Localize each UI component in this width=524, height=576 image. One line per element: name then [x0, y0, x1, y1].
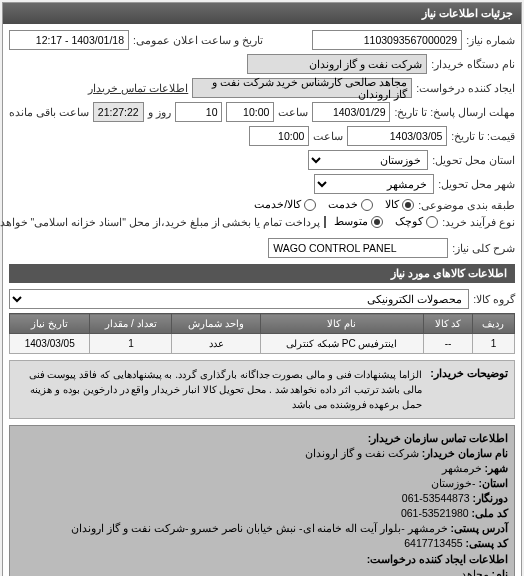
label-buyer-device: نام دستگاه خریدار: — [431, 58, 515, 70]
radio-goods[interactable]: کالا — [385, 198, 414, 211]
link-buyer-contact[interactable]: اطلاعات تماس خریدار — [88, 82, 188, 94]
field-price-date: 1403/03/05 — [347, 126, 447, 146]
field-price-time: 10:00 — [249, 126, 309, 146]
field-remaining-time: 21:27:22 — [93, 102, 144, 122]
row-process-type: نوع فرآیند خرید: کوچک متوسط پرداخت تمام … — [9, 215, 515, 228]
label-process-type: نوع فرآیند خرید: — [442, 216, 515, 228]
th-qty: تعداد / مقدار — [90, 314, 172, 334]
label-delivery-province: استان محل تحویل: — [432, 154, 515, 166]
row-goods-group: گروه کالا: محصولات الکترونیکی — [9, 289, 515, 309]
radio-group-subject: کالا خدمت کالا/خدمت — [254, 198, 414, 211]
val-national-id: 061-53521980 — [401, 507, 469, 519]
field-remaining-days: 10 — [175, 102, 223, 122]
table-row: 1 -- اینترفیس PC شبکه کنترلی عدد 1 1403/… — [10, 334, 515, 354]
val-name: مجاهد — [461, 568, 489, 576]
checkbox-payment[interactable] — [324, 216, 326, 228]
field-public-datetime: 1403/01/18 - 12:17 — [9, 30, 129, 50]
val-postal-code: 6417713455 — [404, 537, 462, 549]
contact-province: استان: -خوزستان — [16, 477, 508, 489]
row-reply-deadline: مهلت ارسال پاسخ: تا تاریخ: 1403/01/29 سا… — [9, 102, 515, 122]
label-remaining: ساعت باقی مانده — [9, 106, 89, 118]
notes-box: توضیحات خریدار: الزاما پیشنهادات فنی و م… — [9, 360, 515, 419]
label-hour-2: ساعت — [313, 130, 343, 142]
lbl-org-name: نام سازمان خریدار: — [422, 447, 508, 459]
row-request-creator: ایجاد کننده درخواست: مجاهد صالحی کارشناس… — [9, 78, 515, 98]
label-delivery-city: شهر محل تحویل: — [438, 178, 515, 190]
select-city[interactable]: خرمشهر — [314, 174, 434, 194]
contact-section: اطلاعات تماس سازمان خریدار: نام سازمان خ… — [9, 425, 515, 576]
lbl-fax: دورنگار: — [473, 492, 509, 504]
radio-medium[interactable]: متوسط — [334, 215, 383, 228]
val-org-name: شرکت نفت و گاز اروندان — [305, 447, 419, 459]
section-goods-info: اطلاعات کالاهای مورد نیاز — [9, 264, 515, 283]
contact-name: نام: مجاهد — [16, 568, 508, 576]
contact-city: شهر: خرمشهر — [16, 462, 508, 474]
cell-code: -- — [424, 334, 473, 354]
radio-goods-service[interactable]: کالا/خدمت — [254, 198, 316, 211]
cell-name: اینترفیس PC شبکه کنترلی — [260, 334, 424, 354]
contact-header: اطلاعات تماس سازمان خریدار: — [16, 432, 508, 444]
cell-index: 1 — [472, 334, 514, 354]
radio-small-label: کوچک — [395, 215, 423, 228]
lbl-city: شهر: — [485, 462, 509, 474]
label-goods-group: گروه کالا: — [473, 293, 515, 305]
lbl-province: استان: — [479, 477, 509, 489]
label-day: روز و — [148, 106, 171, 118]
select-goods-group[interactable]: محصولات الکترونیکی — [9, 289, 469, 309]
goods-table: ردیف کد کالا نام کالا واحد شمارش تعداد /… — [9, 313, 515, 354]
select-province[interactable]: خوزستان — [308, 150, 428, 170]
th-code: کد کالا — [424, 314, 473, 334]
field-reply-time: 10:00 — [226, 102, 274, 122]
notes-text: الزاما پیشنهادات فنی و مالی بصورت جداگان… — [16, 367, 422, 412]
creator-info-header: اطلاعات ایجاد کننده درخواست: — [16, 553, 508, 565]
radio-small[interactable]: کوچک — [395, 215, 438, 228]
row-delivery-city: شهر محل تحویل: خرمشهر — [9, 174, 515, 194]
field-buyer-device: شرکت نفت و گاز اروندان — [247, 54, 427, 74]
field-request-creator: مجاهد صالحی کارشناس خرید شرکت نفت و گاز … — [192, 78, 412, 98]
contact-postal-code: کد پستی: 6417713455 — [16, 537, 508, 549]
val-city: خرمشهر — [442, 462, 482, 474]
lbl-name: نام: — [492, 568, 509, 576]
val-province: -خوزستان — [431, 477, 476, 489]
row-buyer-device: نام دستگاه خریدار: شرکت نفت و گاز اروندا… — [9, 54, 515, 74]
table-header-row: ردیف کد کالا نام کالا واحد شمارش تعداد /… — [10, 314, 515, 334]
panel-body: شماره نیاز: 1103093567000029 تاریخ و ساع… — [3, 24, 521, 576]
row-delivery-province: استان محل تحویل: خوزستان — [9, 150, 515, 170]
label-request-no: شماره نیاز: — [466, 34, 515, 46]
lbl-national-id: کد ملی: — [472, 507, 508, 519]
contact-addr: آدرس پستی: خرمشهر -بلوار آیت اله خامنه ا… — [16, 522, 508, 534]
cell-qty: 1 — [90, 334, 172, 354]
label-price-until: قیمت: تا تاریخ: — [451, 130, 515, 142]
main-panel: جزئیات اطلاعات نیاز شماره نیاز: 11030935… — [2, 2, 522, 576]
row-price-until: قیمت: تا تاریخ: 1403/03/05 ساعت 10:00 — [9, 126, 515, 146]
label-reply-deadline: مهلت ارسال پاسخ: تا تاریخ: — [394, 106, 515, 118]
contact-org: نام سازمان خریدار: شرکت نفت و گاز اروندا… — [16, 447, 508, 459]
field-reply-date: 1403/01/29 — [312, 102, 390, 122]
radio-goods-service-label: کالا/خدمت — [254, 198, 301, 211]
th-date: تاریخ نیاز — [10, 314, 90, 334]
val-postal-addr: خرمشهر -بلوار آیت اله خامنه ای- نبش خیاب… — [71, 522, 447, 534]
radio-goods-label: کالا — [385, 198, 399, 211]
cell-unit: عدد — [172, 334, 260, 354]
contact-fax: دورنگار: 061-53544873 — [16, 492, 508, 504]
lbl-postal-addr: آدرس پستی: — [451, 522, 508, 534]
cell-date: 1403/03/05 — [10, 334, 90, 354]
notes-label: توضیحات خریدار: — [430, 367, 508, 380]
th-index: ردیف — [472, 314, 514, 334]
radio-group-process: کوچک متوسط — [334, 215, 438, 228]
label-public-datetime: تاریخ و ساعت اعلان عمومی: — [133, 34, 263, 46]
lbl-postal-code: کد پستی: — [466, 537, 508, 549]
label-hour-1: ساعت — [278, 106, 308, 118]
radio-service[interactable]: خدمت — [328, 198, 373, 211]
row-subject-category: طبقه بندی موضوعی: کالا خدمت کالا/خدمت — [9, 198, 515, 211]
row-need-desc: شرح کلی نیاز: WAGO CONTROL PANEL — [9, 238, 515, 258]
val-fax: 061-53544873 — [402, 492, 470, 504]
field-request-no: 1103093567000029 — [312, 30, 462, 50]
radio-service-label: خدمت — [328, 198, 358, 211]
label-subject-category: طبقه بندی موضوعی: — [418, 199, 515, 211]
label-payment-note: پرداخت تمام یا بخشی از مبلغ خرید،از محل … — [0, 216, 320, 228]
th-unit: واحد شمارش — [172, 314, 260, 334]
radio-medium-label: متوسط — [334, 215, 368, 228]
row-request-no: شماره نیاز: 1103093567000029 تاریخ و ساع… — [9, 30, 515, 50]
panel-title: جزئیات اطلاعات نیاز — [3, 3, 521, 24]
